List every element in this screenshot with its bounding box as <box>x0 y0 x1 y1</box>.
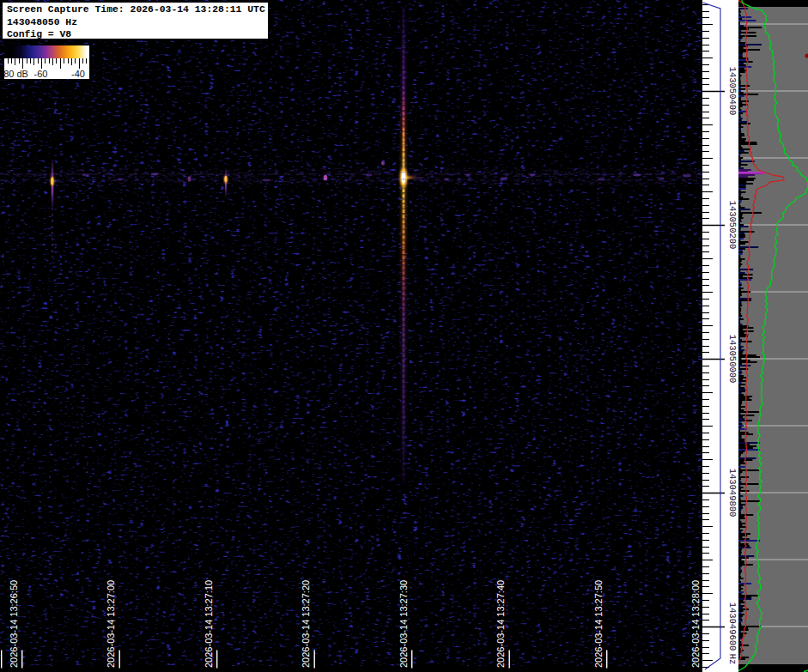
svg-text:2026-03-14 13:27:20: 2026-03-14 13:27:20 <box>301 580 311 668</box>
svg-text:143049800: 143049800 <box>727 469 738 518</box>
svg-text:2026-03-14 13:28:00: 2026-03-14 13:28:00 <box>690 580 701 668</box>
svg-text:-80 dB: -80 dB <box>4 69 28 79</box>
svg-text:2026-03-14 13:27:50: 2026-03-14 13:27:50 <box>593 580 604 668</box>
svg-text:Hz: Hz <box>727 654 738 665</box>
svg-text:2026-03-14 13:27:10: 2026-03-14 13:27:10 <box>204 580 214 668</box>
svg-text:143050200: 143050200 <box>727 201 738 250</box>
svg-text:2026-03-14 13:27:00: 2026-03-14 13:27:00 <box>106 580 116 668</box>
svg-text:2026-03-14 13:27:40: 2026-03-14 13:27:40 <box>495 580 506 668</box>
svg-text:2026-03-14 13:26:50: 2026-03-14 13:26:50 <box>9 580 19 668</box>
svg-text:2026-03-14 13:27:30: 2026-03-14 13:27:30 <box>398 580 409 668</box>
svg-text:143050000: 143050000 <box>727 335 738 384</box>
svg-text:143050400: 143050400 <box>727 67 738 116</box>
svg-text:-60: -60 <box>34 69 48 79</box>
svg-text:-40: -40 <box>71 69 85 79</box>
svg-text:143049600: 143049600 <box>727 602 738 651</box>
